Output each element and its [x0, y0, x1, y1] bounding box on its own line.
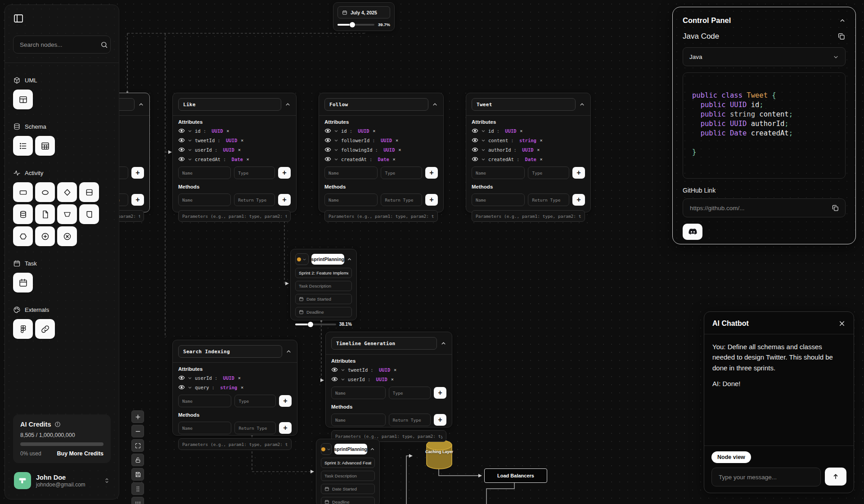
- send-button[interactable]: [825, 468, 846, 486]
- method-params-input[interactable]: [472, 214, 585, 219]
- shape-hexagon-button[interactable]: [13, 226, 33, 246]
- eye-icon[interactable]: [472, 127, 478, 134]
- deadline-field[interactable]: Deadline: [321, 497, 375, 504]
- method-return-type-input[interactable]: [389, 418, 430, 423]
- eye-icon[interactable]: [324, 127, 331, 134]
- remove-attribute-icon[interactable]: ✕: [391, 377, 394, 382]
- uml-class-node-follow[interactable]: Follow Attributes id: UUID ✕ followerId:…: [319, 93, 444, 212]
- chevron-down-icon[interactable]: [334, 157, 338, 162]
- eye-icon[interactable]: [324, 146, 331, 153]
- github-link-input[interactable]: [689, 204, 828, 212]
- remove-attribute-icon[interactable]: ✕: [241, 385, 243, 390]
- method-params-input[interactable]: [179, 442, 291, 447]
- caching-layer-node[interactable]: Caching Layer: [425, 439, 453, 471]
- attribute-name-input[interactable]: [332, 391, 385, 396]
- slider-thumb[interactable]: [350, 22, 355, 27]
- remove-attribute-icon[interactable]: ✕: [540, 157, 543, 162]
- discord-button[interactable]: [683, 224, 702, 240]
- chat-input-field[interactable]: [711, 468, 821, 486]
- node-title[interactable]: Follow: [324, 98, 428, 111]
- chevron-down-icon[interactable]: [188, 138, 192, 143]
- shape-trapezoid-button[interactable]: [57, 204, 77, 224]
- fit-view-button[interactable]: [131, 439, 144, 452]
- add-attribute-button[interactable]: +: [434, 387, 446, 399]
- method-name-input[interactable]: [472, 198, 524, 202]
- buy-more-credits-button[interactable]: Buy More Credits: [57, 450, 104, 457]
- node-type-badge[interactable]: sprintPlanning: [311, 254, 345, 265]
- remove-attribute-icon[interactable]: ✕: [241, 138, 243, 143]
- github-link-field[interactable]: [683, 198, 846, 217]
- save-button[interactable]: [131, 468, 144, 481]
- sprint-planning-node-3[interactable]: sprintPlanning Sprint 3: Advanced Featur…: [316, 439, 380, 504]
- add-attribute-button[interactable]: +: [572, 167, 585, 179]
- chevron-down-icon[interactable]: [481, 148, 486, 152]
- shape-document-button[interactable]: [35, 204, 55, 224]
- add-method-button[interactable]: +: [131, 194, 144, 206]
- zoom-in-button[interactable]: [131, 410, 144, 423]
- remove-attribute-icon[interactable]: ✕: [399, 147, 401, 152]
- method-name-input[interactable]: [179, 426, 231, 431]
- collapse-chevron-up-icon[interactable]: [441, 341, 446, 346]
- lock-button[interactable]: [131, 454, 144, 466]
- attribute-type-input[interactable]: [528, 171, 569, 176]
- chevron-down-icon[interactable]: [188, 129, 192, 133]
- shape-cylinder-button[interactable]: [13, 204, 33, 224]
- remove-attribute-icon[interactable]: ✕: [520, 128, 523, 133]
- chat-message-input[interactable]: [718, 473, 814, 481]
- method-params-input[interactable]: [332, 434, 446, 439]
- search-box[interactable]: [13, 36, 111, 54]
- method-params-input[interactable]: [325, 214, 437, 219]
- node-view-button[interactable]: Node view: [711, 451, 751, 463]
- method-name-input[interactable]: [325, 198, 377, 202]
- method-name-input[interactable]: [179, 198, 230, 202]
- shape-split-rect-button[interactable]: [79, 182, 99, 202]
- node-color-select[interactable]: [321, 443, 332, 455]
- eye-icon[interactable]: [178, 137, 185, 144]
- attribute-type-input[interactable]: [235, 399, 275, 404]
- add-method-button[interactable]: +: [572, 194, 585, 206]
- shape-diamond-button[interactable]: [57, 182, 77, 202]
- uml-class-node-button[interactable]: [13, 90, 33, 109]
- attribute-type-input[interactable]: [381, 171, 422, 176]
- canvas[interactable]: UMLSchemaActivityTaskExternals AI Credit…: [0, 0, 864, 504]
- shape-circle-x-button[interactable]: [57, 226, 77, 246]
- add-method-button[interactable]: +: [279, 422, 292, 434]
- uml-class-node-search-indexing[interactable]: Search Indexing Attributes userId: UUID …: [172, 340, 297, 436]
- zoom-out-button[interactable]: [131, 425, 144, 437]
- chevron-down-icon[interactable]: [188, 385, 192, 390]
- schema-table-node-button[interactable]: [35, 136, 55, 156]
- eye-icon[interactable]: [472, 146, 478, 153]
- eye-icon[interactable]: [178, 156, 185, 162]
- layout-dots-button[interactable]: [131, 482, 144, 495]
- eye-icon[interactable]: [178, 374, 185, 381]
- add-method-button[interactable]: +: [434, 414, 446, 426]
- collapse-chevron-up-icon[interactable]: [370, 447, 375, 452]
- collapse-chevron-up-icon[interactable]: [285, 102, 291, 108]
- method-return-type-input[interactable]: [235, 426, 275, 431]
- sprint-title-field[interactable]: Sprint 2: Feature Implementatio: [295, 268, 352, 278]
- remove-attribute-icon[interactable]: ✕: [227, 128, 230, 133]
- add-attribute-button[interactable]: +: [278, 167, 291, 179]
- close-icon[interactable]: [838, 320, 846, 327]
- language-select[interactable]: Java: [683, 47, 846, 66]
- sprint-planning-node-2[interactable]: sprintPlanning Sprint 2: Feature Impleme…: [290, 249, 357, 320]
- remove-attribute-icon[interactable]: ✕: [373, 128, 376, 133]
- date-progress-slider[interactable]: [338, 24, 374, 26]
- method-params-input[interactable]: [179, 214, 290, 219]
- eye-icon[interactable]: [472, 137, 478, 144]
- node-title[interactable]: Like: [178, 98, 281, 111]
- shape-ellipse-button[interactable]: [35, 182, 55, 202]
- uml-class-node-timeline-generation[interactable]: Timeline Generation Attributes tweetId: …: [325, 332, 452, 428]
- remove-attribute-icon[interactable]: ✕: [247, 157, 249, 162]
- remove-attribute-icon[interactable]: ✕: [396, 138, 398, 143]
- eye-icon[interactable]: [331, 366, 338, 373]
- chevron-down-icon[interactable]: [341, 368, 345, 372]
- date-started-field[interactable]: Date Started: [295, 294, 352, 304]
- load-balancers-node[interactable]: Load Balancers: [484, 468, 547, 483]
- figma-button[interactable]: [13, 319, 33, 339]
- chevron-down-icon[interactable]: [188, 157, 192, 162]
- uml-class-node-like[interactable]: Like Attributes id: UUID ✕ tweetId: UUID…: [172, 93, 297, 212]
- attribute-name-input[interactable]: [472, 171, 524, 176]
- chevron-down-icon[interactable]: [334, 148, 338, 152]
- method-return-type-input[interactable]: [234, 198, 274, 202]
